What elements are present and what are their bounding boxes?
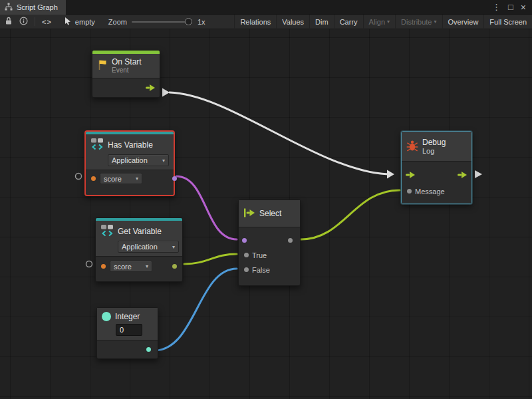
kebab-menu-icon[interactable]: ⋮ (492, 0, 501, 15)
integer-literal-icon (102, 312, 111, 321)
carry-button[interactable]: Carry (334, 15, 363, 29)
getvariable-target-port[interactable] (86, 261, 92, 267)
title-bar: Script Graph ⋮ □ × (0, 0, 532, 15)
select-output-port[interactable] (288, 238, 293, 243)
node-debug-log[interactable]: Debug Log (401, 131, 472, 204)
toolbar-separator (35, 17, 35, 26)
hasvariable-target-port[interactable] (76, 174, 82, 180)
variables-icon (90, 138, 104, 152)
node-select[interactable]: Select True False (238, 200, 301, 286)
message-row: Message (402, 183, 471, 200)
value-output-port[interactable] (172, 264, 177, 269)
true-port-label: True (252, 251, 267, 259)
tab-script-graph[interactable]: Script Graph (0, 0, 66, 15)
control-input-port[interactable] (406, 171, 416, 179)
control-output-port[interactable] (458, 171, 467, 179)
false-port-label: False (252, 266, 270, 274)
chevron-down-icon: ▾ (172, 244, 175, 250)
align-dropdown-button: Align▾ (363, 15, 395, 29)
control-output-port[interactable] (146, 84, 156, 92)
code-view-icon[interactable]: <> (42, 18, 52, 26)
variable-kind-dropdown[interactable]: Application ▾ (108, 154, 169, 166)
node-get-variable[interactable]: Get Variable Application ▾ score ▾ (95, 217, 183, 282)
message-port-label: Message (415, 188, 445, 196)
node-on-start[interactable]: On Start Event (92, 50, 160, 98)
toolbar-buttons: Relations Values Dim Carry Align▾ Distri… (234, 15, 532, 29)
node-subtitle: Log (422, 147, 446, 155)
boolean-output-port[interactable] (172, 176, 177, 181)
unity-script-graph-window: Script Graph ⋮ □ × < (0, 0, 532, 399)
variable-name-type-dot[interactable] (91, 176, 96, 181)
true-input-port[interactable] (244, 253, 249, 257)
zoom-control: Zoom 1x (108, 18, 205, 26)
maximize-icon[interactable]: □ (508, 0, 513, 15)
bug-icon (406, 140, 418, 154)
zoom-slider-track[interactable] (132, 21, 189, 23)
node-integer[interactable]: Integer (96, 307, 158, 359)
variable-kind-dropdown[interactable]: Application ▾ (118, 241, 179, 253)
variable-name-dropdown[interactable]: score ▾ (110, 261, 152, 272)
graph-toolbar: <> empty Zoom 1x Relations Values Dim Ca… (0, 15, 532, 29)
variables-icon (100, 224, 114, 239)
chevron-down-icon: ▾ (146, 263, 148, 269)
false-input-port[interactable] (244, 267, 249, 272)
toolbar-left-group: <> (0, 17, 52, 27)
node-title: Integer (115, 312, 140, 321)
pointer-icon (64, 17, 72, 27)
zoom-label: Zoom (108, 18, 127, 26)
integer-output-port[interactable] (146, 347, 151, 352)
overview-button[interactable]: Overview (442, 15, 484, 29)
node-title: Get Variable (118, 227, 162, 236)
info-icon[interactable] (19, 17, 28, 27)
select-icon (243, 208, 255, 219)
control-row (402, 166, 471, 183)
values-button[interactable]: Values (276, 15, 309, 29)
selector-input-port[interactable] (242, 238, 247, 243)
node-title: On Start (112, 57, 142, 66)
chevron-down-icon: ▾ (434, 19, 437, 25)
tab-title: Script Graph (17, 3, 58, 11)
message-input-port[interactable] (407, 189, 412, 194)
graph-reference[interactable]: empty (64, 17, 95, 27)
node-title: Select (259, 209, 281, 218)
flag-icon (97, 59, 108, 72)
variable-name-type-dot[interactable] (101, 264, 106, 269)
graph-tab-icon (5, 3, 13, 12)
node-title: Debug (422, 138, 446, 147)
close-icon[interactable]: × (521, 0, 526, 15)
graph-reference-label: empty (75, 18, 95, 26)
true-row: True (239, 248, 300, 263)
full-screen-button[interactable]: Full Screen (483, 15, 532, 29)
window-controls: ⋮ □ × (492, 0, 532, 15)
lock-icon[interactable] (5, 17, 13, 27)
zoom-slider-handle[interactable] (185, 18, 192, 25)
node-title: Has Variable (108, 140, 153, 150)
false-row: False (239, 263, 300, 277)
relations-button[interactable]: Relations (234, 15, 276, 29)
node-has-variable[interactable]: Has Variable Application ▾ score ▾ (84, 130, 175, 196)
variable-name-dropdown[interactable]: score ▾ (100, 173, 142, 184)
distribute-dropdown-button: Distribute▾ (395, 15, 442, 29)
dim-button[interactable]: Dim (309, 15, 334, 29)
chevron-down-icon: ▾ (162, 158, 165, 164)
integer-value-input[interactable] (116, 324, 142, 336)
chevron-down-icon: ▾ (387, 19, 390, 25)
selector-row (239, 233, 300, 248)
chevron-down-icon: ▾ (136, 176, 138, 182)
zoom-value: 1x (198, 18, 205, 26)
node-subtitle: Event (112, 66, 142, 74)
